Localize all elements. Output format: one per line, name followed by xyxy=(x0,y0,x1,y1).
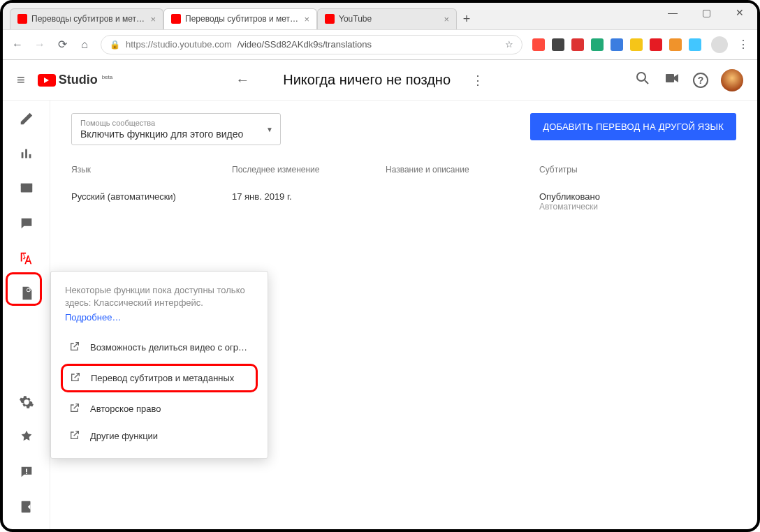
extension-icon[interactable] xyxy=(532,38,545,51)
sidebar-item-whatsnew[interactable] xyxy=(18,429,35,445)
sidebar-item-feedback[interactable] xyxy=(18,464,35,480)
youtube-play-icon xyxy=(38,74,56,87)
lock-icon: 🔒 xyxy=(110,40,120,50)
menu-icon[interactable]: ≡ xyxy=(17,72,25,88)
more-options-button[interactable]: ⋮ xyxy=(472,73,484,88)
external-link-icon xyxy=(69,341,80,354)
row-subtitles: Опубликовано Автоматически xyxy=(539,191,736,212)
reload-button[interactable]: ⟳ xyxy=(56,38,68,51)
browser-tab[interactable]: Переводы субтитров и метадан × xyxy=(163,8,317,29)
tab-strip: Переводы субтитров и метадан × Переводы … xyxy=(3,3,757,29)
sidebar-item-editor[interactable] xyxy=(18,180,35,197)
home-button[interactable]: ⌂ xyxy=(78,38,91,51)
classic-features-menu: Некоторые функции пока доступны только з… xyxy=(50,271,268,459)
logo-beta: beta xyxy=(102,74,113,80)
column-subtitles: Субтитры xyxy=(539,165,736,175)
external-link-icon xyxy=(69,429,80,443)
svg-line-1 xyxy=(645,80,648,84)
svg-rect-3 xyxy=(21,152,23,158)
svg-rect-2 xyxy=(666,74,674,82)
browser-profile-avatar[interactable] xyxy=(711,36,728,53)
youtube-favicon xyxy=(17,14,27,24)
tab-title: YouTube xyxy=(339,14,439,24)
window-minimize-button[interactable]: — xyxy=(662,7,683,18)
svg-rect-4 xyxy=(25,149,27,158)
external-link-icon xyxy=(69,402,80,415)
menu-item-share-limited[interactable]: Возможность делиться видео с огр… xyxy=(65,335,254,360)
learn-more-link[interactable]: Подробнее… xyxy=(65,312,121,323)
url-field[interactable]: 🔒 https://studio.youtube.com/video/SSd82… xyxy=(101,35,522,54)
select-label: Помощь сообщества xyxy=(80,118,261,128)
sidebar-item-analytics[interactable] xyxy=(18,145,35,162)
column-language: Язык xyxy=(71,165,232,175)
extension-icon[interactable] xyxy=(650,38,662,51)
tab-close-button[interactable]: × xyxy=(150,14,156,24)
external-link-icon xyxy=(70,371,81,385)
sidebar-item-classic[interactable] xyxy=(18,498,35,515)
create-video-icon[interactable] xyxy=(664,70,680,90)
svg-rect-5 xyxy=(29,154,31,158)
extension-icons xyxy=(532,38,701,51)
menu-item-label: Авторское право xyxy=(90,404,161,414)
sidebar-item-settings[interactable] xyxy=(18,394,35,411)
extension-icon[interactable] xyxy=(552,38,564,51)
sidebar-item-comments[interactable] xyxy=(18,215,35,232)
sidebar-item-translations[interactable] xyxy=(18,250,35,267)
content-area: Помощь сообщества Включить функцию для э… xyxy=(50,101,757,529)
tab-close-button[interactable]: × xyxy=(444,14,449,24)
logo-text: Studio xyxy=(59,73,98,87)
select-value: Включить функцию для этого видео xyxy=(80,128,261,140)
sidebar xyxy=(3,101,50,529)
youtube-studio-logo[interactable]: Studio beta xyxy=(38,73,113,87)
tab-title: Переводы субтитров и метадан xyxy=(185,14,300,24)
subtitle-status: Опубликовано xyxy=(539,191,736,202)
browser-tab[interactable]: Переводы субтитров и метадан × xyxy=(10,8,163,29)
new-tab-button[interactable]: + xyxy=(457,12,476,29)
app-window: — ▢ ✕ Переводы субтитров и метадан × Пер… xyxy=(0,0,760,532)
svg-rect-6 xyxy=(20,185,32,193)
extension-icon[interactable] xyxy=(591,38,604,51)
svg-rect-10 xyxy=(26,468,27,472)
menu-item-label: Другие функции xyxy=(90,431,158,441)
menu-item-other-features[interactable]: Другие функции xyxy=(65,424,254,448)
tab-title: Переводы субтитров и метадан xyxy=(31,14,146,24)
extension-icon[interactable] xyxy=(611,38,623,51)
window-close-button[interactable]: ✕ xyxy=(729,7,750,18)
top-controls: Помощь сообщества Включить функцию для э… xyxy=(71,113,736,145)
menu-item-copyright[interactable]: Авторское право xyxy=(65,397,254,421)
forward-button[interactable]: → xyxy=(34,38,46,51)
url-host: https://studio.youtube.com xyxy=(126,39,232,50)
svg-rect-7 xyxy=(20,184,32,186)
sidebar-item-details[interactable] xyxy=(18,110,35,127)
menu-item-label: Перевод субтитров и метаданных xyxy=(91,373,234,383)
tab-close-button[interactable]: × xyxy=(304,14,309,24)
row-modified: 17 янв. 2019 г. xyxy=(232,191,386,212)
extension-icon[interactable] xyxy=(669,38,682,51)
highlight-ring xyxy=(6,272,42,306)
extension-icon[interactable] xyxy=(630,38,643,51)
back-button[interactable]: ← xyxy=(11,38,24,51)
subtitle-auto: Автоматически xyxy=(539,202,736,212)
address-bar: ← → ⟳ ⌂ 🔒 https://studio.youtube.com/vid… xyxy=(3,29,757,59)
extension-icon[interactable] xyxy=(571,38,584,51)
bookmark-star-icon[interactable]: ☆ xyxy=(505,39,513,50)
window-maximize-button[interactable]: ▢ xyxy=(696,7,717,18)
menu-item-translate-subtitles[interactable]: Перевод субтитров и метаданных xyxy=(61,364,258,392)
browser-tab[interactable]: YouTube × xyxy=(317,8,457,29)
column-title-description: Название и описание xyxy=(386,165,539,175)
search-icon[interactable] xyxy=(634,70,651,90)
studio-header: ≡ Studio beta ← Никогда ничего не поздно… xyxy=(3,60,757,101)
table-row[interactable]: Русский (автоматически) 17 янв. 2019 г. … xyxy=(71,179,736,214)
menu-intro-text: Некоторые функции пока доступны только з… xyxy=(65,284,254,309)
youtube-favicon xyxy=(325,14,335,24)
url-path: /video/SSd82AKdk9s/translations xyxy=(238,39,372,50)
help-icon[interactable]: ? xyxy=(693,73,708,88)
add-translation-button[interactable]: ДОБАВИТЬ ПЕРЕВОД НА ДРУГОЙ ЯЗЫК xyxy=(530,113,736,140)
extension-icon[interactable] xyxy=(689,38,701,51)
body: Помощь сообщества Включить функцию для э… xyxy=(3,101,757,529)
svg-rect-11 xyxy=(26,473,27,474)
back-arrow-button[interactable]: ← xyxy=(235,72,249,88)
community-help-select[interactable]: Помощь сообщества Включить функцию для э… xyxy=(71,113,281,145)
browser-menu-button[interactable]: ⋮ xyxy=(738,38,749,51)
user-avatar[interactable] xyxy=(721,69,743,91)
